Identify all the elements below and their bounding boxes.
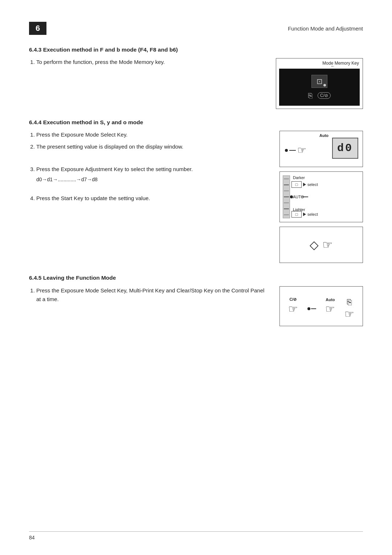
lighter-box: □ (291, 211, 302, 218)
sep-dot (307, 307, 310, 310)
section-643-content: To perform the function, press the Mode … (29, 58, 363, 109)
section-644-step1: Press the Exposure Mode Select Key. (36, 131, 269, 139)
key-icon: ⊡ (317, 77, 323, 86)
page-header: 6 Function Mode and Adjustment (29, 22, 363, 35)
slider-tick (284, 203, 289, 203)
section-645-text: Press the Exposure Mode Select Key, Mult… (29, 286, 269, 307)
darker-row: □ select (291, 181, 318, 188)
darker-box: □ (291, 181, 302, 188)
section-645-heading: 6.4.5 Leaving the Function Mode (29, 275, 363, 281)
diagram-643: Mode Memory Key ← ⊡ ⎘ (276, 58, 363, 109)
slider-tick (284, 208, 289, 209)
section-643-diagrams: Mode Memory Key ← ⊡ ⎘ (276, 58, 363, 109)
section-643-step1: To perform the function, press the Mode … (36, 58, 265, 66)
footer-page-number: 84 (29, 535, 35, 540)
section-643-text: To perform the function, press the Mode … (29, 58, 265, 69)
slider-tick (284, 215, 289, 215)
section-644-diagrams: Auto ☞ d0 (279, 131, 363, 263)
section-645-diagram-col: C/⊘ ☞ Auto ☞ ⎘ (279, 286, 363, 326)
diagram-643-wrapper: Mode Memory Key ← ⊡ ⎘ (276, 58, 363, 109)
section-644-step3: Press the Exposure Adjustment Key to sel… (36, 165, 269, 183)
sep-dash (311, 308, 316, 309)
section-644-content: Press the Exposure Mode Select Key. The … (29, 131, 363, 263)
dot-separator (307, 307, 316, 310)
multiprint-hand: ☞ (344, 308, 354, 320)
c-clear-group: C/⊘ ☞ (288, 297, 298, 315)
diagram-643-bottom: ⎘ C/⊘ (308, 92, 331, 100)
c-clear-hand: ☞ (288, 303, 298, 315)
start-diamond-icon: ◇ (310, 238, 319, 252)
lcd-display: d0 (332, 138, 358, 159)
section-645-content: Press the Exposure Mode Select Key, Mult… (29, 286, 363, 326)
lighter-arrow (303, 212, 306, 216)
diagram-644a: Auto ☞ d0 (279, 131, 363, 167)
section-644-step4: Press the Start Key to update the settin… (36, 194, 269, 203)
section-644-heading: 6.4.4 Execution method in S, y and o mod… (29, 119, 363, 126)
darker-label: Darker (293, 175, 305, 180)
diagram-645: C/⊘ ☞ Auto ☞ ⎘ (279, 286, 363, 326)
section-644: 6.4.4 Execution method in S, y and o mod… (29, 119, 363, 263)
start-hand-icon: ☞ (322, 238, 333, 252)
section-644-step2: The present setting value is displayed o… (36, 143, 269, 151)
multiprint-group: ⎘ ☞ (344, 297, 354, 320)
page-number-box: 6 (29, 22, 46, 35)
header-title: Function Mode and Adjustment (288, 25, 363, 32)
page-container: 6 Function Mode and Adjustment 6.4.3 Exe… (0, 0, 392, 555)
auto-label3: Auto (326, 297, 335, 302)
clear-key: C/⊘ (318, 92, 331, 99)
slider-visual (283, 175, 290, 218)
slider-tick (284, 185, 289, 185)
section-645-step1: Press the Exposure Mode Select Key, Mult… (36, 286, 269, 304)
section-643-heading: 6.4.3 Execution method in F and b mode (… (29, 46, 363, 53)
diagram-643-label: Mode Memory Key (322, 61, 359, 66)
c-clear-label: C/⊘ (289, 297, 297, 302)
hand-pointing-icon: ☞ (297, 144, 306, 156)
section-645: 6.4.5 Leaving the Function Mode Press th… (29, 275, 363, 326)
diagram-643-panel: ⊡ ⎘ C/⊘ (279, 69, 360, 106)
auto-label: Auto (319, 133, 328, 138)
step3-formula: d0→d1→.............→d7→d8 (36, 176, 269, 183)
auto-hand: ☞ (325, 303, 335, 315)
section-643: 6.4.3 Execution method in F and b mode (… (29, 46, 363, 109)
copy-icon: ⎘ (308, 92, 313, 100)
slider-tick (284, 191, 289, 191)
slider-tick (284, 197, 289, 197)
page-footer: 84 (29, 531, 363, 540)
dash-line (289, 150, 296, 151)
section-644-text: Press the Exposure Mode Select Key. The … (29, 131, 269, 205)
mode-memory-key: ⊡ (311, 75, 327, 88)
lighter-select: select (307, 212, 318, 216)
auto-dot (290, 195, 293, 198)
multiprint-icon: ⎘ (347, 297, 352, 307)
diagram-644b: Darker □ select AUTO Lighter □ (279, 171, 363, 222)
slider-tick (284, 179, 289, 179)
dot-indicator (285, 149, 288, 152)
dot-dash-hand: ☞ (285, 144, 306, 156)
darker-arrow (303, 183, 306, 186)
auto-dash (302, 197, 308, 197)
auto-group: Auto ☞ (325, 297, 335, 315)
page-number: 6 (36, 24, 40, 33)
key-dot (323, 84, 326, 86)
diagram-644c: ◇ ☞ (279, 227, 363, 263)
lighter-row: □ select (291, 211, 318, 218)
darker-select: select (307, 182, 318, 187)
diagram-643-arrow: ← (331, 64, 335, 69)
